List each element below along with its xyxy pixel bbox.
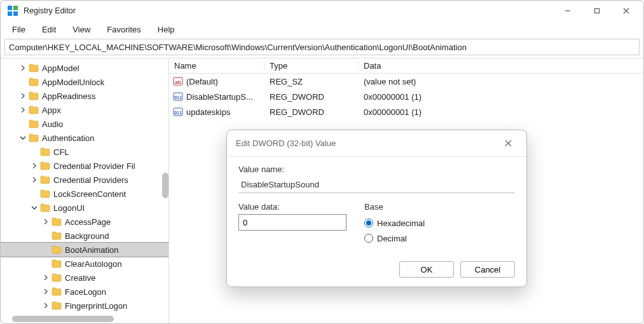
cancel-button[interactable]: Cancel <box>460 261 515 278</box>
chevron-down-icon[interactable] <box>18 133 27 142</box>
tree-scrollbar-vertical[interactable] <box>162 173 168 198</box>
close-icon <box>623 8 629 14</box>
menu-view[interactable]: View <box>65 23 98 36</box>
tree-item-creative[interactable]: Creative <box>1 271 169 285</box>
value-name-field[interactable]: DisableStartupSound <box>238 177 515 193</box>
folder-icon <box>51 273 62 282</box>
folder-icon <box>40 189 50 198</box>
dialog-body: Value name: DisableStartupSound Value da… <box>227 157 526 287</box>
tree-item-appmodel[interactable]: AppModel <box>1 61 169 75</box>
chevron-down-icon[interactable] <box>30 203 39 212</box>
folder-icon <box>29 78 39 86</box>
tree-item-label: AccessPage <box>65 217 111 227</box>
tree-item-lockscreencontent[interactable]: LockScreenContent <box>1 187 169 201</box>
column-header-data[interactable]: Data <box>359 61 643 71</box>
folder-icon <box>29 119 39 128</box>
tree-item-label: CFL <box>53 147 69 157</box>
list-header: Name Type Data <box>169 58 643 74</box>
tree-item-credential-providers[interactable]: Credential Providers <box>1 173 169 187</box>
value-data: 0x00000001 (1) <box>359 107 643 117</box>
tree-item-cfl[interactable]: CFL <box>1 145 169 159</box>
tree-item-appreadiness[interactable]: AppReadiness <box>1 89 169 103</box>
address-text: Computer\HKEY_LOCAL_MACHINE\SOFTWARE\Mic… <box>9 43 467 52</box>
tree-item-appmodelunlock[interactable]: AppModelUnlock <box>1 75 169 89</box>
app-icon <box>7 5 18 17</box>
value-name: updateskips <box>186 107 230 117</box>
menu-file[interactable]: File <box>4 23 33 36</box>
edit-dword-dialog: Edit DWORD (32-bit) Value Value name: Di… <box>226 130 527 287</box>
maximize-icon <box>594 8 600 14</box>
expander-placeholder <box>41 245 50 254</box>
folder-icon <box>40 175 50 184</box>
expander-placeholder <box>18 119 27 128</box>
tree-pane[interactable]: AppModelAppModelUnlockAppReadinessAppxAu… <box>1 58 169 323</box>
tree-item-logonui[interactable]: LogonUI <box>1 201 169 215</box>
chevron-right-icon[interactable] <box>18 91 27 100</box>
close-button[interactable] <box>612 1 641 20</box>
menu-edit[interactable]: Edit <box>34 23 64 36</box>
list-row[interactable]: (Default)REG_SZ(value not set) <box>169 74 643 89</box>
window-title: Registry Editor <box>24 6 553 15</box>
tree-item-label: ClearAutologon <box>65 259 122 269</box>
chevron-right-icon[interactable] <box>18 105 27 114</box>
tree-item-label: Background <box>65 231 109 241</box>
tree-item-label: Creative <box>65 273 95 283</box>
tree-item-label: FingerprintLogon <box>65 301 127 311</box>
tree-item-label: AppModel <box>42 64 79 73</box>
tree-scrollbar-horizontal[interactable] <box>12 316 114 322</box>
tree-item-facelogon[interactable]: FaceLogon <box>1 285 169 299</box>
column-header-type[interactable]: Type <box>264 61 359 71</box>
menu-favorites[interactable]: Favorites <box>99 23 148 36</box>
value-data-input[interactable] <box>238 214 346 231</box>
tree-item-clearautologon[interactable]: ClearAutologon <box>1 257 169 271</box>
folder-icon <box>51 245 62 254</box>
close-icon <box>505 140 512 147</box>
folder-icon <box>51 301 62 310</box>
maximize-button[interactable] <box>582 1 612 20</box>
expander-placeholder <box>41 231 50 240</box>
chevron-right-icon[interactable] <box>41 273 50 282</box>
tree-item-audio[interactable]: Audio <box>1 117 169 131</box>
column-header-name[interactable]: Name <box>169 61 264 71</box>
radio-icon <box>364 234 373 243</box>
chevron-right-icon[interactable] <box>30 175 39 184</box>
tree-item-authentication[interactable]: Authentication <box>1 131 169 145</box>
radio-decimal[interactable]: Decimal <box>364 231 425 246</box>
list-row[interactable]: DisableStartupS...REG_DWORD0x00000001 (1… <box>169 89 643 104</box>
tree-item-background[interactable]: Background <box>1 229 169 243</box>
address-bar[interactable]: Computer\HKEY_LOCAL_MACHINE\SOFTWARE\Mic… <box>4 39 640 55</box>
list-row[interactable]: updateskipsREG_DWORD0x00000001 (1) <box>169 104 643 119</box>
chevron-right-icon[interactable] <box>41 217 50 226</box>
expander-placeholder <box>18 78 27 86</box>
registry-editor-window: Registry Editor File Edit View Favorites… <box>0 0 644 324</box>
tree-item-accesspage[interactable]: AccessPage <box>1 215 169 229</box>
tree-item-label: AppModelUnlock <box>42 78 104 87</box>
titlebar[interactable]: Registry Editor <box>1 1 643 21</box>
tree-item-fingerprintlogon[interactable]: FingerprintLogon <box>1 299 169 313</box>
chevron-right-icon[interactable] <box>18 64 27 72</box>
expander-placeholder <box>30 147 39 156</box>
tree-item-appx[interactable]: Appx <box>1 103 169 117</box>
tree-item-label: LockScreenContent <box>53 189 126 199</box>
radio-hexadecimal[interactable]: Hexadecimal <box>364 215 425 231</box>
radio-icon <box>364 219 373 227</box>
folder-icon <box>40 161 50 170</box>
dialog-titlebar[interactable]: Edit DWORD (32-bit) Value <box>227 130 526 157</box>
folder-icon <box>29 91 39 100</box>
tree-item-credential-provider-fil[interactable]: Credential Provider Fil <box>1 159 169 173</box>
value-name: (Default) <box>186 77 218 86</box>
tree-item-label: BootAnimation <box>65 245 119 255</box>
string-value-icon <box>173 76 183 86</box>
tree-item-bootanimation[interactable]: BootAnimation <box>1 243 169 257</box>
value-name: DisableStartupS... <box>186 92 253 102</box>
ok-button[interactable]: OK <box>399 261 454 278</box>
value-name-label: Value name: <box>238 165 515 174</box>
chevron-right-icon[interactable] <box>41 287 50 296</box>
chevron-right-icon[interactable] <box>30 161 39 170</box>
value-data-label: Value data: <box>238 202 346 212</box>
tree-item-label: LogonUI <box>53 203 85 213</box>
chevron-right-icon[interactable] <box>41 301 50 310</box>
menu-help[interactable]: Help <box>150 23 182 36</box>
dialog-close-button[interactable] <box>498 134 517 153</box>
minimize-button[interactable] <box>553 1 582 20</box>
